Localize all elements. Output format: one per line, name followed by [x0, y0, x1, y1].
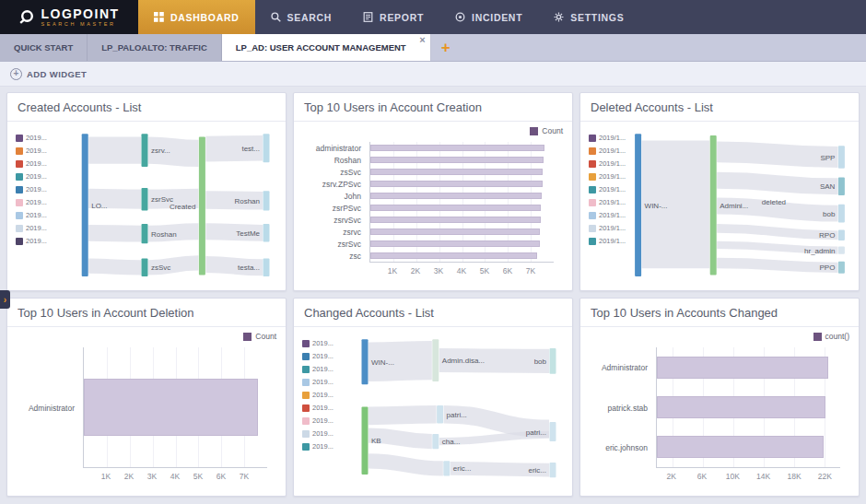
bar[interactable]: [370, 169, 543, 175]
tab-lp-ad-user-account-management[interactable]: LP_AD: USER ACCOUNT MANAGEMENT ×: [222, 34, 431, 61]
bar-row: [657, 347, 840, 387]
sankey-node[interactable]: [263, 224, 270, 242]
bar-row: [370, 166, 554, 178]
legend-item[interactable]: 2019...: [302, 391, 340, 399]
nav-item-incident[interactable]: INCIDENT: [439, 0, 538, 34]
sankey-node[interactable]: [82, 134, 88, 276]
chart-legend[interactable]: Count: [530, 126, 563, 135]
close-tab-icon[interactable]: ×: [419, 35, 425, 45]
bar[interactable]: [657, 436, 824, 458]
legend-item[interactable]: 2019...: [16, 185, 53, 193]
legend-item[interactable]: 2019...: [302, 352, 340, 360]
sankey-node[interactable]: [263, 134, 270, 162]
legend-item[interactable]: 2019...: [16, 159, 53, 168]
sankey-node[interactable]: [199, 137, 205, 275]
bar[interactable]: [657, 357, 828, 379]
sidebar-expander[interactable]: ›: [0, 290, 10, 309]
nav-item-dashboard[interactable]: DASHBOARD: [138, 0, 255, 34]
sankey-node[interactable]: [838, 262, 845, 274]
tab-lp-paloalto-traffic[interactable]: LP_PALOALTO: TRAFFIC: [88, 34, 222, 61]
sankey-link[interactable]: [88, 198, 141, 199]
legend-item[interactable]: 2019...: [16, 224, 53, 232]
sankey-node[interactable]: [263, 259, 270, 277]
legend-item[interactable]: 2019/1...: [589, 159, 626, 168]
legend-item[interactable]: 2019...: [302, 416, 340, 425]
legend-item[interactable]: 2019...: [302, 365, 340, 373]
sankey-node[interactable]: [432, 434, 439, 449]
sankey-node[interactable]: [432, 339, 439, 381]
tab-quick-start[interactable]: QUICK START: [0, 34, 88, 61]
sankey-node[interactable]: [142, 259, 148, 277]
chart-legend[interactable]: count(): [813, 332, 849, 341]
logpoint-logo[interactable]: LOGPOINT SEARCH MASTER: [0, 0, 138, 34]
legend-item[interactable]: 2019...: [16, 198, 53, 206]
sankey-node[interactable]: [263, 191, 270, 210]
legend-item[interactable]: 2019...: [302, 442, 340, 451]
legend-item[interactable]: 2019...: [302, 404, 340, 412]
sankey-node[interactable]: [142, 134, 148, 167]
legend-item[interactable]: 2019...: [16, 147, 53, 155]
legend-label: 2019...: [312, 365, 334, 373]
add-tab-button[interactable]: +: [431, 34, 461, 61]
legend-item[interactable]: 2019/1...: [589, 211, 626, 219]
legend-item[interactable]: 2019/1...: [589, 147, 626, 155]
sankey-node[interactable]: [550, 463, 556, 477]
bar[interactable]: [370, 157, 544, 163]
bar[interactable]: [370, 181, 543, 187]
sankey-node[interactable]: [710, 135, 717, 275]
bar[interactable]: [370, 252, 537, 259]
sankey-node[interactable]: [142, 188, 148, 210]
legend-swatch: [589, 147, 596, 155]
nav-item-settings[interactable]: SETTINGS: [538, 0, 639, 34]
legend-item[interactable]: 2019/1...: [589, 224, 626, 232]
legend-item[interactable]: 2019...: [16, 211, 53, 219]
sankey-link[interactable]: [369, 415, 437, 416]
legend-item[interactable]: 2019...: [16, 134, 53, 142]
sankey-link[interactable]: [369, 461, 443, 468]
nav-item-search[interactable]: SEARCH: [255, 0, 348, 34]
chart-legend[interactable]: Count: [243, 332, 276, 341]
created-accounts-sankey: 2019...2019...2019...2019...2019...2019.…: [7, 122, 286, 290]
sankey-node[interactable]: [838, 146, 845, 168]
sankey-node[interactable]: [635, 134, 641, 276]
sankey-link[interactable]: [88, 266, 141, 268]
bar[interactable]: [370, 229, 540, 235]
bar[interactable]: [370, 217, 541, 223]
legend-item[interactable]: 2019...: [302, 378, 340, 386]
legend-item[interactable]: 2019/1...: [589, 134, 626, 142]
bar[interactable]: [370, 240, 540, 247]
sankey-node[interactable]: [838, 178, 845, 196]
sankey-node[interactable]: [443, 461, 450, 475]
nav-item-report[interactable]: REPORT: [347, 0, 439, 34]
bar[interactable]: [657, 396, 825, 418]
bar[interactable]: [370, 193, 542, 199]
sankey-node[interactable]: [362, 407, 369, 475]
sankey-node[interactable]: [437, 405, 443, 424]
legend-item[interactable]: 2019...: [302, 429, 340, 438]
legend-item[interactable]: 2019/1...: [589, 185, 626, 193]
tab-label: LP_PALOALTO: TRAFFIC: [101, 42, 207, 53]
sankey-node[interactable]: [550, 348, 556, 374]
sankey-node[interactable]: [838, 230, 845, 240]
sankey-link[interactable]: [88, 233, 141, 234]
sankey-node[interactable]: [142, 224, 148, 243]
bar-row: [370, 142, 554, 154]
legend-item[interactable]: 2019/1...: [589, 172, 626, 181]
sankey-node[interactable]: [838, 247, 845, 254]
sankey-node-label: cha...: [442, 438, 461, 446]
legend-swatch: [16, 212, 23, 219]
bar[interactable]: [370, 145, 544, 151]
legend-item[interactable]: 2019...: [16, 237, 53, 245]
bar[interactable]: [370, 205, 541, 211]
bar[interactable]: [84, 379, 258, 436]
legend-item[interactable]: 2019...: [16, 172, 53, 181]
sankey-node[interactable]: [362, 339, 369, 384]
legend-item[interactable]: 2019...: [302, 339, 340, 347]
x-axis-tick-label: 22K: [818, 472, 832, 481]
sankey-node[interactable]: [550, 422, 556, 441]
sankey-node[interactable]: [838, 205, 845, 223]
legend-item[interactable]: 2019/1...: [589, 237, 626, 245]
add-widget-button[interactable]: + ADD WIDGET: [10, 68, 87, 80]
widget-toolbar: + ADD WIDGET: [0, 62, 866, 87]
legend-item[interactable]: 2019/1...: [589, 198, 626, 206]
